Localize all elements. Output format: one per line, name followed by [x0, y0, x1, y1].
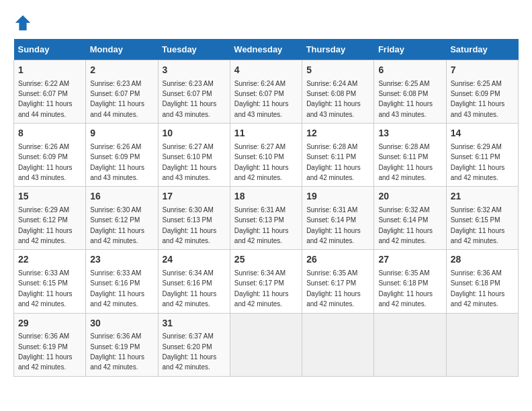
daylight-info: Daylight: 11 hours and 43 minutes.	[163, 100, 217, 118]
sunrise-info: Sunrise: 6:37 AM	[163, 332, 214, 340]
sunset-info: Sunset: 6:09 PM	[90, 153, 140, 161]
daylight-info: Daylight: 11 hours and 42 minutes.	[451, 164, 505, 181]
sunset-info: Sunset: 6:20 PM	[163, 343, 212, 351]
calendar-cell	[302, 313, 374, 376]
calendar-table: SundayMondayTuesdayWednesdayThursdayFrid…	[13, 39, 519, 377]
day-number: 6	[378, 64, 441, 77]
sunrise-info: Sunrise: 6:29 AM	[451, 143, 502, 150]
sunset-info: Sunset: 6:07 PM	[163, 90, 212, 97]
daylight-info: Daylight: 11 hours and 43 minutes.	[234, 100, 289, 118]
day-number: 22	[18, 253, 81, 267]
calendar-cell: 18 Sunrise: 6:31 AM Sunset: 6:13 PM Dayl…	[230, 187, 302, 250]
calendar-cell: 5 Sunrise: 6:24 AM Sunset: 6:08 PM Dayli…	[302, 60, 374, 124]
calendar-week-3: 15 Sunrise: 6:29 AM Sunset: 6:12 PM Dayl…	[14, 187, 519, 250]
calendar-cell: 7 Sunrise: 6:25 AM Sunset: 6:09 PM Dayli…	[446, 60, 518, 124]
day-number: 12	[306, 127, 369, 140]
sunrise-info: Sunrise: 6:26 AM	[18, 143, 69, 150]
daylight-info: Daylight: 11 hours and 42 minutes.	[306, 164, 361, 181]
calendar-cell: 28 Sunrise: 6:36 AM Sunset: 6:18 PM Dayl…	[446, 250, 518, 313]
sunrise-info: Sunrise: 6:25 AM	[451, 80, 502, 87]
daylight-info: Daylight: 11 hours and 42 minutes.	[234, 164, 289, 181]
calendar-cell	[446, 313, 518, 376]
sunrise-info: Sunrise: 6:36 AM	[90, 332, 141, 340]
sunset-info: Sunset: 6:07 PM	[18, 90, 68, 97]
sunset-info: Sunset: 6:15 PM	[18, 279, 68, 287]
day-number: 10	[163, 127, 226, 140]
daylight-info: Daylight: 11 hours and 42 minutes.	[306, 227, 361, 244]
calendar-cell: 21 Sunrise: 6:32 AM Sunset: 6:15 PM Dayl…	[446, 187, 518, 250]
sunset-info: Sunset: 6:17 PM	[234, 279, 284, 287]
day-number: 25	[234, 253, 298, 267]
column-header-sunday: Sunday	[14, 39, 86, 60]
calendar-cell: 20 Sunrise: 6:32 AM Sunset: 6:14 PM Dayl…	[374, 187, 446, 250]
day-number: 8	[18, 127, 81, 140]
calendar-cell: 2 Sunrise: 6:23 AM Sunset: 6:07 PM Dayli…	[86, 60, 158, 124]
day-number: 16	[90, 190, 153, 203]
sunset-info: Sunset: 6:16 PM	[163, 279, 212, 287]
sunset-info: Sunset: 6:14 PM	[378, 216, 428, 224]
daylight-info: Daylight: 11 hours and 44 minutes.	[90, 100, 144, 118]
day-number: 21	[451, 190, 514, 203]
daylight-info: Daylight: 11 hours and 42 minutes.	[90, 290, 144, 308]
day-number: 26	[306, 253, 369, 267]
day-number: 13	[378, 127, 441, 140]
daylight-info: Daylight: 11 hours and 42 minutes.	[306, 290, 361, 308]
calendar-cell	[374, 313, 446, 376]
sunset-info: Sunset: 6:09 PM	[451, 90, 500, 97]
sunrise-info: Sunrise: 6:25 AM	[378, 80, 429, 87]
daylight-info: Daylight: 11 hours and 42 minutes.	[18, 290, 73, 308]
sunset-info: Sunset: 6:08 PM	[306, 90, 356, 97]
sunrise-info: Sunrise: 6:33 AM	[18, 269, 69, 277]
sunrise-info: Sunrise: 6:33 AM	[90, 269, 141, 277]
sunrise-info: Sunrise: 6:32 AM	[451, 206, 502, 214]
sunrise-info: Sunrise: 6:28 AM	[306, 143, 357, 150]
daylight-info: Daylight: 11 hours and 43 minutes.	[451, 100, 505, 118]
sunset-info: Sunset: 6:11 PM	[306, 153, 356, 161]
sunset-info: Sunset: 6:17 PM	[306, 279, 356, 287]
day-number: 24	[163, 253, 226, 267]
sunset-info: Sunset: 6:18 PM	[451, 279, 500, 287]
daylight-info: Daylight: 11 hours and 42 minutes.	[163, 227, 217, 244]
calendar-cell: 11 Sunrise: 6:27 AM Sunset: 6:10 PM Dayl…	[230, 124, 302, 187]
calendar-cell: 3 Sunrise: 6:23 AM Sunset: 6:07 PM Dayli…	[158, 60, 230, 124]
sunrise-info: Sunrise: 6:36 AM	[18, 332, 69, 340]
sunset-info: Sunset: 6:07 PM	[234, 90, 284, 97]
sunrise-info: Sunrise: 6:34 AM	[234, 269, 285, 277]
calendar-cell: 4 Sunrise: 6:24 AM Sunset: 6:07 PM Dayli…	[230, 60, 302, 124]
sunrise-info: Sunrise: 6:27 AM	[163, 143, 214, 150]
day-number: 9	[90, 127, 153, 140]
daylight-info: Daylight: 11 hours and 42 minutes.	[18, 353, 73, 371]
calendar-cell: 29 Sunrise: 6:36 AM Sunset: 6:19 PM Dayl…	[14, 313, 86, 376]
logo	[13, 13, 34, 32]
calendar-cell: 24 Sunrise: 6:34 AM Sunset: 6:16 PM Dayl…	[158, 250, 230, 313]
sunset-info: Sunset: 6:16 PM	[90, 279, 140, 287]
daylight-info: Daylight: 11 hours and 43 minutes.	[306, 100, 361, 118]
calendar-header: SundayMondayTuesdayWednesdayThursdayFrid…	[14, 39, 519, 60]
sunset-info: Sunset: 6:13 PM	[163, 216, 212, 224]
sunset-info: Sunset: 6:19 PM	[90, 343, 140, 351]
day-number: 2	[90, 64, 153, 77]
calendar-cell: 31 Sunrise: 6:37 AM Sunset: 6:20 PM Dayl…	[158, 313, 230, 376]
calendar-cell: 8 Sunrise: 6:26 AM Sunset: 6:09 PM Dayli…	[14, 124, 86, 187]
daylight-info: Daylight: 11 hours and 42 minutes.	[90, 353, 144, 371]
calendar-cell: 15 Sunrise: 6:29 AM Sunset: 6:12 PM Dayl…	[14, 187, 86, 250]
calendar-week-2: 8 Sunrise: 6:26 AM Sunset: 6:09 PM Dayli…	[14, 124, 519, 187]
daylight-info: Daylight: 11 hours and 43 minutes.	[378, 100, 433, 118]
column-header-monday: Monday	[86, 39, 158, 60]
daylight-info: Daylight: 11 hours and 42 minutes.	[378, 164, 433, 181]
svg-marker-0	[15, 15, 30, 30]
daylight-info: Daylight: 11 hours and 42 minutes.	[163, 353, 217, 371]
daylight-info: Daylight: 11 hours and 42 minutes.	[378, 227, 433, 244]
daylight-info: Daylight: 11 hours and 42 minutes.	[90, 227, 144, 244]
daylight-info: Daylight: 11 hours and 44 minutes.	[18, 100, 73, 118]
calendar-cell: 22 Sunrise: 6:33 AM Sunset: 6:15 PM Dayl…	[14, 250, 86, 313]
daylight-info: Daylight: 11 hours and 42 minutes.	[234, 290, 289, 308]
day-number: 30	[90, 317, 153, 330]
sunrise-info: Sunrise: 6:35 AM	[306, 269, 357, 277]
calendar-cell: 30 Sunrise: 6:36 AM Sunset: 6:19 PM Dayl…	[86, 313, 158, 376]
day-number: 31	[163, 317, 226, 330]
calendar-cell: 12 Sunrise: 6:28 AM Sunset: 6:11 PM Dayl…	[302, 124, 374, 187]
sunset-info: Sunset: 6:08 PM	[378, 90, 428, 97]
calendar-week-1: 1 Sunrise: 6:22 AM Sunset: 6:07 PM Dayli…	[14, 60, 519, 124]
sunset-info: Sunset: 6:07 PM	[90, 90, 140, 97]
